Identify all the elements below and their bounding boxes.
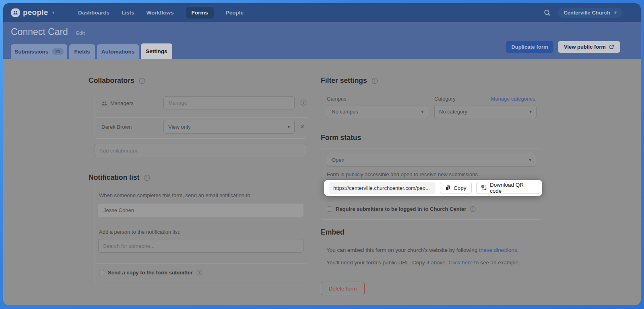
nav-item-people[interactable]: People [226,10,244,16]
product-name: people [23,8,48,17]
view-public-form-button[interactable]: View public form [558,41,620,53]
external-link-icon [609,44,614,49]
these-directions-link[interactable]: these directions [479,247,517,253]
public-url-spotlight: https://centerville.churchcenter.com/peo… [324,180,542,196]
page-title: Connect Card [11,27,68,37]
duplicate-form-label: Duplicate form [511,44,548,50]
remove-collaborator-icon[interactable]: ✕ [300,124,305,130]
notification-intro-text: When someone completes this form, send a… [99,192,252,198]
managers-permission-field[interactable]: Manage [163,96,295,109]
divider [95,117,307,118]
nav-item-forms[interactable]: Forms [186,7,214,19]
org-switcher[interactable]: Centerville Church ▾ [557,8,623,18]
form-status-value: Open [332,157,345,163]
send-copy-row: Send a copy to the form submitter [99,270,202,276]
add-collaborator-input[interactable]: Add collaborator [95,144,306,157]
collaborators-heading: Collaborators [89,76,134,85]
tab-automations[interactable]: Automations [97,44,139,59]
click-here-link[interactable]: Click here [448,260,473,266]
add-collaborator-placeholder: Add collaborator [99,148,138,154]
app-window: people ▾ Dashboards Lists Workflows Form… [3,3,641,305]
chevron-down-icon: ▾ [287,124,290,130]
collaborator-permission-select[interactable]: View only ▾ [163,120,295,134]
form-status-help: Form is publicly accessible and open to … [327,171,479,177]
public-url-field[interactable]: https://centerville.churchcenter.com/peo… [329,182,436,194]
info-icon[interactable] [470,206,476,212]
category-value: No category [439,109,467,115]
people-logo-glyph [12,10,19,16]
chevron-down-icon: ▾ [614,10,617,15]
users-icon [101,101,107,106]
form-status-select[interactable]: Open ▾ [327,153,536,167]
send-copy-label: Send a copy to the form submitter [108,270,193,276]
embed-line-2: You’ll need your form’s public URL. Copy… [326,260,520,266]
managers-row-label: Managers [101,100,134,106]
chevron-down-icon: ▾ [529,109,532,114]
collaborators-heading-row: Collaborators [89,76,145,85]
notification-recipient-row: Jesse Cohen ✕ [98,204,303,217]
collaborators-panel: Managers Manage Derek Brown View only ▾ … [95,93,306,139]
manage-categories-link[interactable]: Manage categories [491,96,535,102]
managers-permission-placeholder: Manage [168,100,187,106]
recipient-name: Jesse Cohen [103,207,134,213]
screenshot-root: { "navbar": { "product": "people", "item… [0,0,644,309]
filter-settings-heading-row: Filter settings [321,76,378,85]
filter-settings-heading: Filter settings [321,76,367,85]
copy-url-button[interactable]: Copy [440,182,472,194]
campus-select[interactable]: No campus ▾ [327,105,428,118]
download-qr-label: Download QR code [490,182,535,194]
category-select[interactable]: No category ▾ [434,105,537,118]
delete-form-button[interactable]: Delete form [321,282,365,295]
search-person-placeholder: Search for someone... [103,243,155,249]
nav-item-dashboards[interactable]: Dashboards [78,10,109,16]
info-icon[interactable] [300,99,307,106]
notification-heading-row: Notification list [89,173,150,182]
add-person-label: Add a person to the notification list: [99,229,180,235]
form-status-heading: Form status [321,134,361,142]
nav-item-workflows[interactable]: Workflows [147,10,174,16]
form-tabs: Submissions 21 Fields Automations Settin… [11,43,172,59]
primary-nav: Dashboards Lists Workflows Forms People [78,3,244,22]
require-login-label: Require submitters to be logged in to Ch… [336,206,466,212]
embed-line1-suffix: . [517,247,519,253]
embed-heading-text: Embed [321,228,344,237]
page-header: Connect Card Edit Submissions 21 Fields … [3,22,641,59]
tab-submissions[interactable]: Submissions 21 [11,44,67,59]
search-person-input[interactable]: Search for someone... [98,239,303,253]
tab-submissions-label: Submissions [14,49,48,55]
notification-list-heading: Notification list [89,173,139,182]
navbar-right-group: Centerville Church ▾ [543,3,623,22]
search-icon[interactable] [543,9,551,16]
remove-recipient-icon[interactable]: ✕ [293,207,298,214]
tab-settings-label: Settings [146,48,167,54]
download-qr-button[interactable]: Download QR code [476,182,540,194]
embed-line-1: You can embed this form on your church’s… [326,247,518,253]
info-icon[interactable] [196,270,202,276]
tab-fields[interactable]: Fields [69,44,95,59]
send-copy-checkbox[interactable] [99,270,104,275]
copy-icon [445,185,450,191]
info-icon[interactable] [372,78,378,84]
embed-line2-text: You’ll need your form’s public URL. Copy… [326,260,448,266]
managers-label: Managers [110,100,134,106]
require-login-row: Require submitters to be logged in to Ch… [327,206,476,212]
embed-line2-suffix: to see an example. [473,260,520,266]
org-name: Centerville Church [564,10,610,16]
campus-label: Campus [327,96,346,102]
product-switcher[interactable]: people ▾ [11,3,54,22]
info-icon[interactable] [139,78,145,84]
require-login-checkbox[interactable] [327,206,332,212]
chevron-down-icon: ▾ [421,109,423,114]
category-label: Category [434,96,456,102]
embed-line1-text: You can embed this form on your church’s… [326,247,479,253]
divider [95,264,307,264]
nav-item-lists[interactable]: Lists [122,10,134,16]
copy-label: Copy [454,185,466,191]
tab-settings[interactable]: Settings [141,43,172,59]
duplicate-form-button[interactable]: Duplicate form [506,41,553,53]
edit-form-name-link[interactable]: Edit [76,31,85,35]
info-icon[interactable] [144,175,150,181]
view-public-form-label: View public form [564,44,606,50]
collaborator-name: Derek Brown [101,124,132,130]
notification-panel: When someone completes this form, send a… [95,187,306,283]
